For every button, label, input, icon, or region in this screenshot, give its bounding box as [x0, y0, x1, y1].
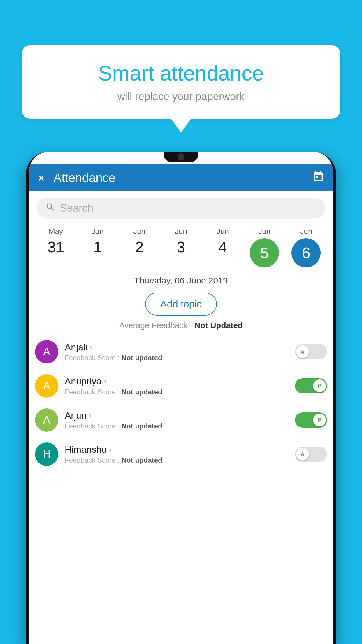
- search-placeholder: Search: [60, 202, 93, 214]
- attendance-toggle[interactable]: P: [295, 412, 327, 428]
- date-month: Jun: [175, 227, 187, 236]
- avatar: H: [35, 442, 58, 466]
- attendance-toggle[interactable]: P: [295, 378, 327, 393]
- phone-notch: [164, 152, 198, 162]
- date-number: 31: [48, 238, 64, 256]
- date-circle-green: 5: [250, 238, 279, 267]
- bubble-subtitle: will replace your paperwork: [39, 90, 323, 103]
- table-row[interactable]: A Arjun › Feedback Score : Not updated P: [35, 403, 327, 437]
- toggle-on[interactable]: P: [295, 412, 327, 428]
- date-item-jun2[interactable]: Jun 2: [120, 227, 158, 256]
- phone-inner: 14:29 ▾ ▲ ▮ × Attendance: [29, 152, 333, 644]
- table-row[interactable]: A Anupriya › Feedback Score : Not update…: [35, 369, 327, 403]
- date-number: 2: [135, 238, 143, 256]
- bubble-title: Smart attendance: [39, 61, 323, 85]
- status-icons: ▾ ▲ ▮: [307, 155, 324, 162]
- toggle-off[interactable]: A: [295, 447, 327, 462]
- speech-bubble: Smart attendance will replace your paper…: [22, 45, 340, 119]
- avatar: A: [35, 408, 58, 432]
- add-topic-button[interactable]: Add topic: [145, 293, 217, 316]
- close-button[interactable]: ×: [38, 172, 45, 185]
- selected-date: Thursday, 06 June 2019: [29, 267, 333, 290]
- phone-frame: 14:29 ▾ ▲ ▮ × Attendance: [26, 152, 336, 644]
- avatar: A: [35, 374, 58, 398]
- app-bar-title: Attendance: [53, 171, 312, 185]
- notch-camera: [178, 153, 184, 160]
- app-bar: × Attendance: [29, 164, 333, 191]
- date-month: Jun: [258, 227, 270, 236]
- table-row[interactable]: H Himanshu › Feedback Score : Not update…: [35, 437, 327, 471]
- date-month: Jun: [92, 227, 104, 236]
- search-icon: [45, 202, 55, 214]
- student-feedback: Feedback Score : Not updated: [65, 422, 295, 430]
- student-info: Anupriya › Feedback Score : Not updated: [65, 376, 295, 396]
- chevron-right-icon: ›: [104, 377, 106, 386]
- date-number: 4: [219, 238, 227, 256]
- date-circle-blue: 6: [291, 238, 321, 267]
- toggle-knob: A: [296, 448, 309, 461]
- date-month: Jun: [300, 227, 312, 236]
- avatar: A: [35, 340, 58, 363]
- student-name: Himanshu ›: [65, 444, 295, 455]
- speech-bubble-container: Smart attendance will replace your paper…: [22, 45, 340, 119]
- chevron-right-icon: ›: [90, 343, 92, 352]
- toggle-knob: P: [313, 414, 326, 426]
- battery-icon: ▮: [321, 155, 324, 162]
- toggle-knob: A: [296, 345, 309, 358]
- date-item-may31[interactable]: May 31: [37, 227, 75, 256]
- signal-icon: ▲: [313, 155, 319, 162]
- student-info: Arjun › Feedback Score : Not updated: [65, 410, 295, 430]
- student-name: Arjun ›: [65, 410, 295, 421]
- screen-content: Search May 31 Jun 1 Jun 2 Jun 3: [29, 191, 333, 471]
- student-feedback: Feedback Score : Not updated: [65, 456, 295, 464]
- calendar-icon[interactable]: [312, 171, 324, 185]
- student-info: Himanshu › Feedback Score : Not updated: [65, 444, 295, 464]
- student-name: Anupriya ›: [65, 376, 295, 387]
- student-feedback: Feedback Score : Not updated: [65, 388, 295, 396]
- date-number: 1: [93, 238, 102, 256]
- date-item-jun1[interactable]: Jun 1: [79, 227, 117, 256]
- toggle-knob: P: [313, 379, 326, 392]
- search-bar[interactable]: Search: [37, 198, 325, 219]
- date-strip: May 31 Jun 1 Jun 2 Jun 3 Jun 4: [29, 222, 333, 267]
- date-item-jun5[interactable]: Jun 5: [245, 227, 283, 267]
- date-month: Jun: [217, 227, 229, 236]
- student-name: Anjali ›: [65, 342, 295, 353]
- table-row[interactable]: A Anjali › Feedback Score : Not updated …: [35, 335, 327, 369]
- avg-feedback: Average Feedback : Not Updated: [29, 321, 333, 330]
- date-item-jun6[interactable]: Jun 6: [287, 227, 325, 267]
- date-item-jun3[interactable]: Jun 3: [162, 227, 200, 256]
- date-number: 3: [177, 238, 185, 256]
- toggle-on[interactable]: P: [295, 378, 327, 393]
- attendance-toggle[interactable]: A: [295, 447, 327, 462]
- attendance-toggle[interactable]: A: [295, 344, 327, 359]
- status-time: 14:29: [38, 154, 55, 162]
- student-info: Anjali › Feedback Score : Not updated: [65, 342, 295, 362]
- date-item-jun4[interactable]: Jun 4: [204, 227, 242, 256]
- date-month: Jun: [133, 227, 145, 236]
- chevron-right-icon: ›: [89, 411, 92, 420]
- chevron-right-icon: ›: [109, 445, 112, 454]
- student-feedback: Feedback Score : Not updated: [65, 354, 295, 362]
- wifi-icon: ▾: [307, 155, 310, 162]
- student-list: A Anjali › Feedback Score : Not updated …: [29, 335, 333, 471]
- toggle-off[interactable]: A: [295, 344, 327, 359]
- date-month: May: [49, 227, 63, 236]
